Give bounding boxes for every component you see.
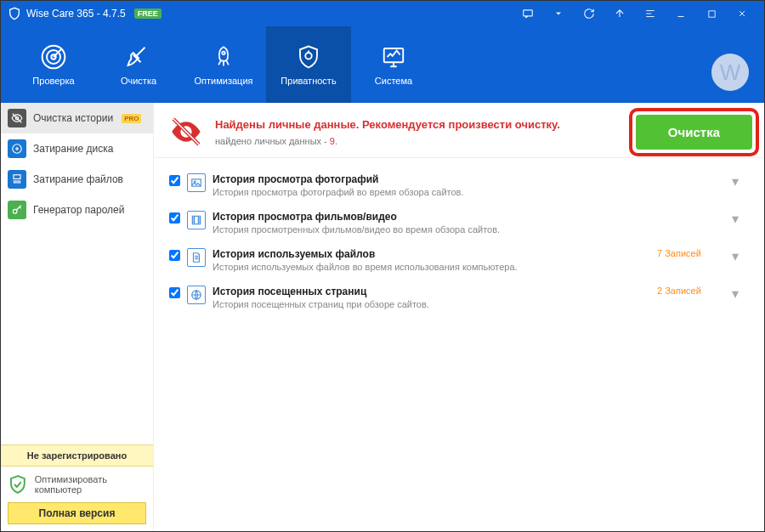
- item-checkbox[interactable]: [169, 175, 180, 186]
- opt-shield-icon: [8, 473, 28, 495]
- optimize-pc-label: Оптимизировать компьютер: [35, 474, 146, 495]
- svg-point-9: [13, 144, 22, 154]
- globe-icon: [187, 286, 206, 304]
- nav-clean[interactable]: Очистка: [96, 26, 181, 103]
- summary-subtitle: найдено личных данных - 9.: [215, 136, 672, 146]
- item-count: 2 Записей: [657, 286, 725, 296]
- item-checkbox[interactable]: [169, 287, 180, 298]
- clean-button-highlight: Очистка: [629, 108, 759, 156]
- sidebar-item-password-gen[interactable]: Генератор паролей: [1, 195, 153, 225]
- list-item: История используемых файлов История испо…: [169, 241, 749, 279]
- sidebar-item-file-shred[interactable]: Затирание файлов: [1, 164, 153, 195]
- sidebar-item-history-clean[interactable]: Очистка истории PRO: [1, 103, 153, 133]
- chevron-down-icon[interactable]: ▾: [732, 211, 749, 227]
- item-checkbox[interactable]: [169, 250, 180, 261]
- minimize-button[interactable]: [666, 1, 696, 26]
- app-name-text: Wise Care 365 - 4.7.5: [26, 8, 126, 20]
- rocket-icon: [210, 43, 237, 71]
- list-item: История посещенных страниц История посещ…: [169, 279, 749, 316]
- item-desc: История просмотра фотографий во время об…: [212, 187, 650, 197]
- svg-point-6: [305, 53, 312, 59]
- svg-rect-11: [14, 175, 20, 179]
- maximize-button[interactable]: [696, 1, 727, 26]
- unregistered-banner: Не зарегистрировано: [1, 444, 153, 467]
- free-badge: FREE: [134, 8, 162, 19]
- monitor-icon: [380, 43, 407, 71]
- item-title: История просмотра фотографий: [212, 173, 650, 185]
- svg-point-10: [16, 148, 18, 150]
- nav-label: Система: [375, 76, 412, 86]
- nav-system[interactable]: Система: [351, 26, 436, 103]
- nav-label: Оптимизация: [195, 76, 253, 86]
- item-checkbox[interactable]: [169, 212, 180, 224]
- key-icon: [8, 201, 26, 219]
- nav-label: Приватность: [280, 76, 336, 86]
- image-icon: [187, 173, 206, 192]
- sidebar-item-disk-wipe[interactable]: Затирание диска: [1, 133, 153, 164]
- navbar: Проверка Очистка Оптимизация Приватность…: [1, 26, 764, 103]
- eye-slash-icon: [8, 109, 26, 127]
- optimize-pc-row[interactable]: Оптимизировать компьютер: [1, 467, 153, 502]
- titlebar: Wise Care 365 - 4.7.5 FREE: [1, 1, 764, 26]
- nav-optimize[interactable]: Оптимизация: [181, 26, 266, 103]
- nav-label: Очистка: [121, 76, 156, 86]
- document-icon: [187, 248, 206, 267]
- chevron-down-icon[interactable]: ▾: [732, 286, 749, 302]
- sidebar-item-label: Затирание диска: [33, 143, 113, 155]
- summary-bar: Найдены личные данные. Рекомендуется про…: [154, 103, 764, 158]
- nav-privacy[interactable]: Приватность: [266, 26, 351, 103]
- summary-title: Найдены личные данные. Рекомендуется про…: [215, 118, 672, 131]
- clean-button[interactable]: Очистка: [636, 115, 752, 150]
- svg-point-5: [222, 52, 225, 55]
- sidebar-item-label: Генератор паролей: [33, 204, 124, 216]
- svg-rect-1: [708, 10, 714, 16]
- feedback-button[interactable]: [513, 1, 543, 26]
- svg-rect-0: [524, 10, 533, 16]
- radar-icon: [40, 43, 67, 71]
- item-desc: История используемых файлов во время исп…: [212, 262, 650, 272]
- pro-badge: PRO: [122, 114, 141, 123]
- dropdown-button[interactable]: [543, 1, 574, 26]
- app-shield-icon: [8, 7, 21, 20]
- menu-button[interactable]: [635, 1, 666, 26]
- list-item: История просмотра фотографий История про…: [169, 167, 749, 204]
- chevron-down-icon[interactable]: ▾: [732, 248, 749, 264]
- sidebar: Очистка истории PRO Затирание диска Зати…: [1, 103, 154, 531]
- sidebar-item-label: Очистка истории: [33, 112, 113, 124]
- nav-label: Проверка: [32, 76, 74, 86]
- chevron-down-icon[interactable]: ▾: [732, 173, 749, 190]
- item-title: История просмотра фильмов/видео: [212, 211, 650, 223]
- privacy-warning-icon: [169, 115, 203, 149]
- avatar[interactable]: W: [711, 54, 749, 91]
- full-version-button[interactable]: Полная версия: [8, 502, 146, 524]
- item-title: История используемых файлов: [212, 248, 650, 260]
- svg-point-12: [13, 209, 17, 213]
- list-item: История просмотра фильмов/видео История …: [169, 204, 749, 241]
- item-title: История посещенных страниц: [212, 286, 650, 297]
- item-desc: История просмотренных фильмов/видео во в…: [212, 224, 650, 235]
- disk-icon: [8, 139, 26, 158]
- content: Найдены личные данные. Рекомендуется про…: [154, 103, 764, 531]
- privacy-shield-icon: [295, 43, 322, 71]
- upload-button[interactable]: [604, 1, 635, 26]
- shredder-icon: [8, 170, 26, 189]
- sidebar-item-label: Затирание файлов: [33, 173, 123, 185]
- brush-icon: [125, 43, 152, 71]
- nav-check[interactable]: Проверка: [11, 26, 96, 103]
- item-count: 7 Записей: [657, 248, 725, 258]
- refresh-button[interactable]: [574, 1, 604, 26]
- film-icon: [187, 211, 206, 229]
- items-list: История просмотра фотографий История про…: [154, 158, 764, 325]
- item-desc: История посещенных страниц при обзоре са…: [212, 299, 650, 309]
- app-title: Wise Care 365 - 4.7.5 FREE: [8, 7, 162, 20]
- close-button[interactable]: [727, 1, 757, 26]
